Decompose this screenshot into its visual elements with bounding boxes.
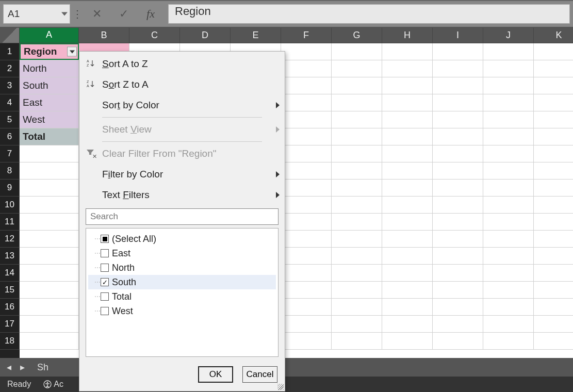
cell-empty[interactable] — [332, 265, 382, 281]
cell-empty[interactable] — [483, 265, 534, 281]
cell-empty[interactable] — [20, 197, 79, 213]
insert-function-button[interactable]: fx — [138, 4, 163, 24]
cell-empty[interactable] — [382, 299, 433, 315]
filter-item-select-all[interactable]: ⋯ (Select All) — [88, 232, 276, 246]
cell-empty[interactable] — [534, 248, 573, 264]
row-header-12[interactable]: 12 — [0, 231, 20, 248]
row-header-17[interactable]: 17 — [0, 316, 20, 333]
cell-empty[interactable] — [382, 145, 433, 162]
column-header-H[interactable]: H — [382, 28, 433, 43]
row-header-16[interactable]: 16 — [0, 299, 20, 316]
cell-I1[interactable] — [433, 43, 483, 60]
cell-empty[interactable] — [20, 162, 79, 179]
cell-empty[interactable] — [20, 231, 79, 247]
row-header-6[interactable]: 6 — [0, 128, 20, 145]
cell-empty[interactable] — [20, 265, 79, 281]
cell-empty[interactable] — [534, 299, 573, 315]
column-header-J[interactable]: J — [483, 28, 534, 43]
cell-empty[interactable] — [483, 179, 534, 196]
cell-J1[interactable] — [483, 43, 534, 60]
cell-empty[interactable] — [382, 282, 433, 298]
row-header-8[interactable]: 8 — [0, 162, 20, 179]
sheet-tab[interactable]: Sh — [31, 360, 55, 375]
cell-empty[interactable] — [382, 333, 433, 349]
cell-H1[interactable] — [382, 43, 433, 60]
cell-empty[interactable] — [281, 316, 332, 332]
cell-empty[interactable] — [20, 248, 79, 264]
column-header-A[interactable]: A — [20, 28, 79, 43]
sort-a-to-z[interactable]: AZ Sort A to Z — [79, 54, 285, 74]
cell-empty[interactable] — [332, 316, 382, 332]
cell-empty[interactable] — [20, 282, 79, 298]
cell-empty[interactable] — [483, 299, 534, 315]
column-header-F[interactable]: F — [281, 28, 332, 43]
cell-G1[interactable] — [332, 43, 382, 60]
sort-by-color[interactable]: Sort by Color — [79, 95, 285, 116]
cell-empty[interactable] — [20, 214, 79, 230]
row-header-3[interactable]: 3 — [0, 77, 20, 94]
cell-empty[interactable] — [332, 282, 382, 298]
cell-empty[interactable] — [281, 197, 332, 213]
filter-search-input[interactable] — [86, 208, 279, 225]
cell-empty[interactable] — [20, 145, 79, 162]
checkbox-unchecked-icon[interactable] — [101, 264, 109, 272]
name-box[interactable]: A1 — [3, 4, 70, 24]
cell-empty[interactable] — [483, 316, 534, 332]
cancel-button[interactable]: Cancel — [242, 366, 277, 383]
cell-F1[interactable] — [281, 43, 332, 60]
cell-empty[interactable] — [382, 248, 433, 264]
text-filters[interactable]: Text Filters — [79, 185, 285, 205]
row-header-10[interactable]: 10 — [0, 197, 20, 214]
cell-empty[interactable] — [534, 265, 573, 281]
row-header-7[interactable]: 7 — [0, 145, 20, 162]
cell-A2[interactable]: North — [20, 60, 79, 77]
cell-empty[interactable] — [332, 214, 382, 230]
cell-empty[interactable] — [433, 316, 483, 332]
column-header-D[interactable]: D — [180, 28, 231, 43]
cell-empty[interactable] — [534, 179, 573, 196]
cell-empty[interactable] — [433, 197, 483, 213]
tab-nav-next-icon[interactable]: ▸ — [18, 362, 27, 373]
row-header-11[interactable]: 11 — [0, 214, 20, 231]
cell-empty[interactable] — [281, 145, 332, 162]
confirm-edit-button[interactable]: ✓ — [111, 4, 136, 24]
row-header-9[interactable]: 9 — [0, 179, 20, 197]
cell-empty[interactable] — [332, 299, 382, 315]
cell-empty[interactable] — [534, 316, 573, 332]
cell-empty[interactable] — [433, 248, 483, 264]
filter-dropdown-icon[interactable] — [67, 47, 77, 57]
cell-empty[interactable] — [382, 197, 433, 213]
formula-input[interactable]: Region — [168, 4, 570, 24]
filter-item-north[interactable]: ⋯ North — [88, 260, 276, 275]
cell-empty[interactable] — [281, 265, 332, 281]
row-header-13[interactable]: 13 — [0, 248, 20, 265]
cell-empty[interactable] — [332, 179, 382, 196]
cell-empty[interactable] — [332, 231, 382, 247]
cell-empty[interactable] — [433, 145, 483, 162]
cell-empty[interactable] — [20, 299, 79, 315]
cell-empty[interactable] — [534, 197, 573, 213]
cell-empty[interactable] — [534, 214, 573, 230]
cell-empty[interactable] — [483, 145, 534, 162]
cell-empty[interactable] — [534, 145, 573, 162]
cell-empty[interactable] — [483, 333, 534, 349]
ok-button[interactable]: OK — [198, 366, 233, 383]
cell-empty[interactable] — [534, 162, 573, 179]
filter-item-east[interactable]: ⋯ East — [88, 246, 276, 260]
cell-empty[interactable] — [332, 197, 382, 213]
cell-empty[interactable] — [382, 265, 433, 281]
cell-empty[interactable] — [483, 162, 534, 179]
cell-empty[interactable] — [483, 282, 534, 298]
cell-empty[interactable] — [332, 248, 382, 264]
row-header-2[interactable]: 2 — [0, 60, 20, 77]
cell-empty[interactable] — [534, 282, 573, 298]
filter-item-west[interactable]: ⋯ West — [88, 304, 276, 318]
column-header-K[interactable]: K — [534, 28, 573, 43]
cell-empty[interactable] — [281, 299, 332, 315]
cell-empty[interactable] — [281, 162, 332, 179]
checkbox-unchecked-icon[interactable] — [101, 249, 109, 257]
filter-item-total[interactable]: ⋯ Total — [88, 289, 276, 304]
cell-A1[interactable]: Region — [20, 43, 79, 60]
row-header-15[interactable]: 15 — [0, 282, 20, 299]
accessibility-button[interactable]: Ac — [43, 380, 63, 389]
